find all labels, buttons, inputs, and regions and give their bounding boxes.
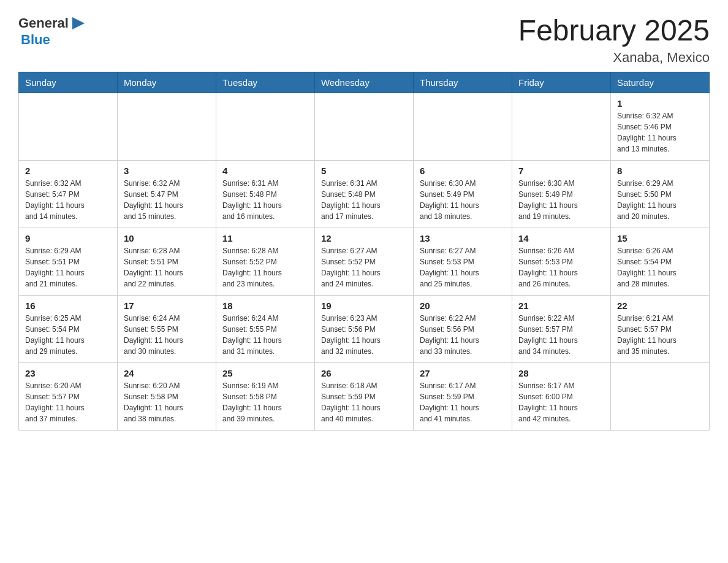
calendar-day: 22Sunrise: 6:21 AM Sunset: 5:57 PM Dayli… [611, 295, 710, 362]
day-info: Sunrise: 6:23 AM Sunset: 5:56 PM Dayligh… [321, 313, 407, 357]
day-info: Sunrise: 6:29 AM Sunset: 5:50 PM Dayligh… [617, 178, 703, 222]
week-row: 16Sunrise: 6:25 AM Sunset: 5:54 PM Dayli… [19, 295, 710, 362]
calendar-day: 10Sunrise: 6:28 AM Sunset: 5:51 PM Dayli… [118, 228, 216, 295]
day-number: 11 [222, 233, 308, 243]
day-info: Sunrise: 6:30 AM Sunset: 5:49 PM Dayligh… [518, 178, 604, 222]
day-info: Sunrise: 6:30 AM Sunset: 5:49 PM Dayligh… [420, 178, 506, 222]
calendar-day: 6Sunrise: 6:30 AM Sunset: 5:49 PM Daylig… [414, 160, 512, 228]
calendar-day: 5Sunrise: 6:31 AM Sunset: 5:48 PM Daylig… [315, 160, 414, 228]
logo-general-text: General [18, 15, 69, 31]
logo-blue-text: Blue [21, 32, 50, 48]
calendar-subtitle: Xanaba, Mexico [518, 50, 710, 66]
day-info: Sunrise: 6:20 AM Sunset: 5:58 PM Dayligh… [124, 380, 210, 424]
day-of-week-header: Sunday [19, 72, 118, 93]
calendar-day [414, 93, 512, 160]
day-of-week-header: Saturday [611, 72, 710, 93]
day-info: Sunrise: 6:24 AM Sunset: 5:55 PM Dayligh… [222, 313, 308, 357]
calendar-day: 18Sunrise: 6:24 AM Sunset: 5:55 PM Dayli… [216, 295, 315, 362]
calendar-day: 2Sunrise: 6:32 AM Sunset: 5:47 PM Daylig… [19, 160, 118, 228]
day-info: Sunrise: 6:28 AM Sunset: 5:52 PM Dayligh… [222, 245, 308, 289]
day-of-week-header: Friday [512, 72, 611, 93]
calendar-day: 7Sunrise: 6:30 AM Sunset: 5:49 PM Daylig… [512, 160, 611, 228]
day-number: 24 [124, 368, 210, 378]
day-number: 12 [321, 233, 407, 243]
day-number: 17 [124, 301, 210, 311]
day-number: 9 [25, 233, 111, 243]
calendar-day: 24Sunrise: 6:20 AM Sunset: 5:58 PM Dayli… [118, 362, 216, 430]
week-row: 9Sunrise: 6:29 AM Sunset: 5:51 PM Daylig… [19, 228, 710, 295]
day-of-week-header: Monday [118, 72, 216, 93]
day-info: Sunrise: 6:20 AM Sunset: 5:57 PM Dayligh… [25, 380, 111, 424]
day-info: Sunrise: 6:32 AM Sunset: 5:47 PM Dayligh… [124, 178, 210, 222]
day-number: 20 [420, 301, 506, 311]
day-info: Sunrise: 6:27 AM Sunset: 5:52 PM Dayligh… [321, 245, 407, 289]
day-info: Sunrise: 6:18 AM Sunset: 5:59 PM Dayligh… [321, 380, 407, 424]
calendar-day: 11Sunrise: 6:28 AM Sunset: 5:52 PM Dayli… [216, 228, 315, 295]
day-number: 3 [124, 166, 210, 176]
day-info: Sunrise: 6:21 AM Sunset: 5:57 PM Dayligh… [617, 313, 703, 357]
title-block: February 2025 Xanaba, Mexico [518, 15, 710, 66]
calendar-day: 14Sunrise: 6:26 AM Sunset: 5:53 PM Dayli… [512, 228, 611, 295]
calendar-day: 28Sunrise: 6:17 AM Sunset: 6:00 PM Dayli… [512, 362, 611, 430]
calendar-day: 17Sunrise: 6:24 AM Sunset: 5:55 PM Dayli… [118, 295, 216, 362]
day-of-week-header: Wednesday [315, 72, 414, 93]
calendar-day: 16Sunrise: 6:25 AM Sunset: 5:54 PM Dayli… [19, 295, 118, 362]
day-of-week-header: Tuesday [216, 72, 315, 93]
logo-triangle-icon [70, 15, 87, 32]
calendar-title: February 2025 [518, 15, 710, 47]
calendar-day [19, 93, 118, 160]
week-row: 2Sunrise: 6:32 AM Sunset: 5:47 PM Daylig… [19, 160, 710, 228]
day-number: 1 [617, 98, 703, 109]
day-number: 26 [321, 368, 407, 378]
day-number: 18 [222, 301, 308, 311]
day-number: 22 [617, 301, 703, 311]
day-number: 25 [222, 368, 308, 378]
day-info: Sunrise: 6:26 AM Sunset: 5:53 PM Dayligh… [518, 245, 604, 289]
day-info: Sunrise: 6:17 AM Sunset: 6:00 PM Dayligh… [518, 380, 604, 424]
day-number: 28 [518, 368, 604, 378]
page-header: General Blue February 2025 Xanaba, Mexic… [18, 15, 710, 66]
calendar-table: SundayMondayTuesdayWednesdayThursdayFrid… [18, 72, 710, 431]
calendar-day [216, 93, 315, 160]
calendar-day: 1Sunrise: 6:32 AM Sunset: 5:46 PM Daylig… [611, 93, 710, 160]
calendar-day: 12Sunrise: 6:27 AM Sunset: 5:52 PM Dayli… [315, 228, 414, 295]
calendar-day: 19Sunrise: 6:23 AM Sunset: 5:56 PM Dayli… [315, 295, 414, 362]
calendar-day: 4Sunrise: 6:31 AM Sunset: 5:48 PM Daylig… [216, 160, 315, 228]
day-number: 10 [124, 233, 210, 243]
day-info: Sunrise: 6:25 AM Sunset: 5:54 PM Dayligh… [25, 313, 111, 357]
day-info: Sunrise: 6:22 AM Sunset: 5:56 PM Dayligh… [420, 313, 506, 357]
calendar-day: 27Sunrise: 6:17 AM Sunset: 5:59 PM Dayli… [414, 362, 512, 430]
day-number: 13 [420, 233, 506, 243]
calendar-body: 1Sunrise: 6:32 AM Sunset: 5:46 PM Daylig… [19, 93, 710, 430]
day-info: Sunrise: 6:24 AM Sunset: 5:55 PM Dayligh… [124, 313, 210, 357]
day-number: 15 [617, 233, 703, 243]
calendar-day: 9Sunrise: 6:29 AM Sunset: 5:51 PM Daylig… [19, 228, 118, 295]
week-row: 1Sunrise: 6:32 AM Sunset: 5:46 PM Daylig… [19, 93, 710, 160]
calendar-day: 8Sunrise: 6:29 AM Sunset: 5:50 PM Daylig… [611, 160, 710, 228]
calendar-day: 23Sunrise: 6:20 AM Sunset: 5:57 PM Dayli… [19, 362, 118, 430]
day-number: 2 [25, 166, 111, 176]
day-info: Sunrise: 6:31 AM Sunset: 5:48 PM Dayligh… [321, 178, 407, 222]
day-number: 27 [420, 368, 506, 378]
day-number: 7 [518, 166, 604, 176]
day-info: Sunrise: 6:27 AM Sunset: 5:53 PM Dayligh… [420, 245, 506, 289]
day-info: Sunrise: 6:29 AM Sunset: 5:51 PM Dayligh… [25, 245, 111, 289]
calendar-day [118, 93, 216, 160]
day-info: Sunrise: 6:32 AM Sunset: 5:47 PM Dayligh… [25, 178, 111, 222]
day-number: 21 [518, 301, 604, 311]
calendar-day: 25Sunrise: 6:19 AM Sunset: 5:58 PM Dayli… [216, 362, 315, 430]
calendar-day [611, 362, 710, 430]
week-row: 23Sunrise: 6:20 AM Sunset: 5:57 PM Dayli… [19, 362, 710, 430]
day-number: 6 [420, 166, 506, 176]
day-number: 4 [222, 166, 308, 176]
day-info: Sunrise: 6:32 AM Sunset: 5:46 PM Dayligh… [617, 110, 703, 155]
day-info: Sunrise: 6:17 AM Sunset: 5:59 PM Dayligh… [420, 380, 506, 424]
calendar-day: 3Sunrise: 6:32 AM Sunset: 5:47 PM Daylig… [118, 160, 216, 228]
day-number: 16 [25, 301, 111, 311]
calendar-day: 15Sunrise: 6:26 AM Sunset: 5:54 PM Dayli… [611, 228, 710, 295]
days-of-week-row: SundayMondayTuesdayWednesdayThursdayFrid… [19, 72, 710, 93]
day-number: 14 [518, 233, 604, 243]
calendar-day: 26Sunrise: 6:18 AM Sunset: 5:59 PM Dayli… [315, 362, 414, 430]
day-info: Sunrise: 6:26 AM Sunset: 5:54 PM Dayligh… [617, 245, 703, 289]
day-info: Sunrise: 6:22 AM Sunset: 5:57 PM Dayligh… [518, 313, 604, 357]
